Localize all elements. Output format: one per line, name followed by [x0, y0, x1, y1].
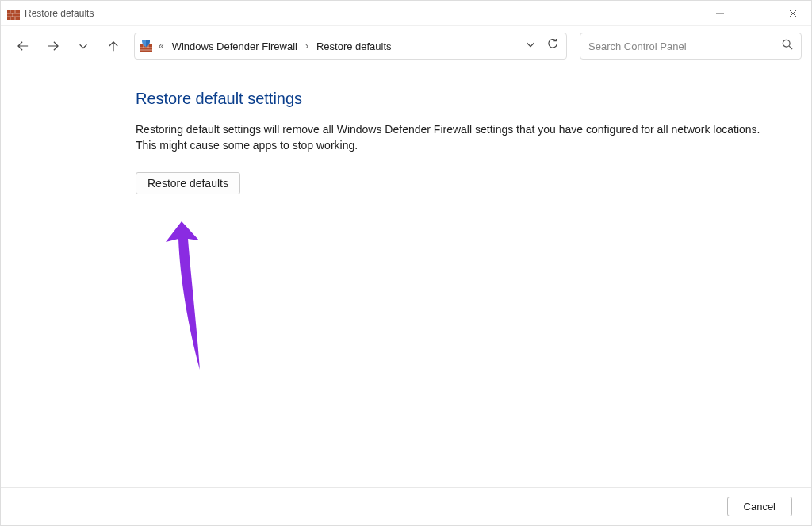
titlebar: Restore defaults [1, 1, 811, 26]
cancel-button[interactable]: Cancel [727, 497, 792, 516]
page-description: Restoring default settings will remove a… [136, 122, 770, 153]
window-title: Restore defaults [25, 8, 702, 19]
restore-defaults-button[interactable]: Restore defaults [136, 172, 240, 194]
search-box[interactable] [580, 33, 802, 60]
content-area: Restore default settings Restoring defau… [1, 66, 811, 487]
svg-rect-0 [7, 10, 20, 20]
recent-locations-dropdown[interactable] [71, 33, 96, 60]
search-icon[interactable] [782, 39, 793, 53]
svg-line-18 [789, 46, 792, 49]
close-button[interactable] [775, 1, 811, 25]
refresh-icon[interactable] [547, 39, 558, 53]
svg-rect-9 [753, 10, 760, 17]
toolbar: « Windows Defender Firewall › Restore de… [1, 26, 811, 66]
annotation-arrow-icon [156, 215, 220, 374]
maximize-button[interactable] [738, 1, 775, 25]
forward-button[interactable] [40, 33, 66, 60]
search-input[interactable] [588, 40, 782, 52]
breadcrumb-current[interactable]: Restore defaults [315, 39, 393, 54]
chevron-left-icon[interactable]: « [157, 40, 166, 52]
breadcrumb-parent[interactable]: Windows Defender Firewall [170, 39, 299, 54]
chevron-right-icon: › [304, 40, 310, 52]
address-bar[interactable]: « Windows Defender Firewall › Restore de… [134, 33, 567, 60]
firewall-shield-icon [140, 40, 152, 52]
svg-point-17 [783, 40, 790, 47]
minimize-button[interactable] [702, 1, 738, 25]
back-button[interactable] [10, 33, 36, 60]
firewall-icon [7, 7, 20, 20]
footer-bar: Cancel [1, 487, 811, 525]
page-heading: Restore default settings [136, 90, 792, 108]
up-button[interactable] [101, 33, 126, 60]
address-dropdown-icon[interactable] [525, 39, 536, 53]
window-controls [702, 1, 811, 25]
